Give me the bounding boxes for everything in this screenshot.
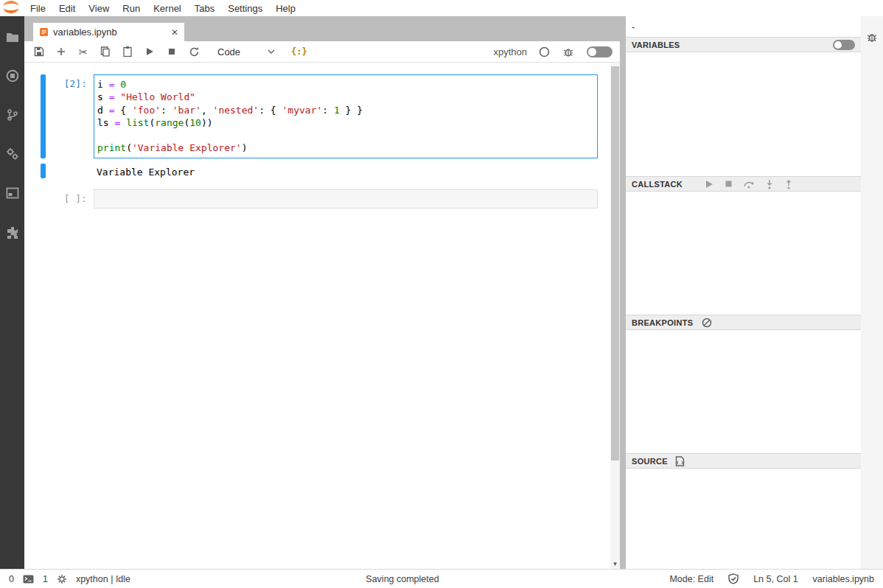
cell-type-value: Code <box>217 46 240 57</box>
menu-help[interactable]: Help <box>269 3 302 14</box>
terminate-icon <box>725 180 733 188</box>
close-icon[interactable]: ✕ <box>171 27 178 38</box>
variables-label: VARIABLES <box>632 41 680 49</box>
terminals-count[interactable]: 0 <box>9 574 14 584</box>
extensions-tab[interactable] <box>5 225 20 239</box>
code-editor[interactable]: i = 0s = "Hello World"d = { 'foo': 'bar'… <box>94 74 598 158</box>
kernel-gear-icon[interactable] <box>57 574 67 584</box>
editor-mode[interactable]: Mode: Edit <box>669 574 713 584</box>
step-out-button[interactable] <box>784 179 793 189</box>
output-cell: Variable Explorer <box>41 164 620 181</box>
debugger-panel: - VARIABLES CALLSTACK <box>626 16 861 569</box>
kernel-status-icon <box>539 46 550 57</box>
save-button[interactable] <box>30 43 48 60</box>
scrollbar-thumb[interactable] <box>611 66 619 461</box>
stop-icon <box>167 46 177 57</box>
cursor-position[interactable]: Ln 5, Col 1 <box>753 574 798 584</box>
code-cell[interactable]: [2]: i = 0s = "Hello World"d = { 'foo': … <box>41 74 620 158</box>
format-notebook-button[interactable]: {:} <box>291 46 307 57</box>
menu-tabs[interactable]: Tabs <box>188 3 221 14</box>
step-in-button[interactable] <box>765 179 774 189</box>
remove-breakpoints-button[interactable] <box>702 318 712 328</box>
notebook-scrollbar[interactable]: ▼ <box>610 63 620 569</box>
running-sessions-tab[interactable] <box>5 69 20 83</box>
menu-edit[interactable]: Edit <box>52 3 82 14</box>
execution-prompt: [2]: <box>46 74 94 158</box>
empty-code-editor[interactable] <box>94 189 598 209</box>
notebook-toolbar: ✂ Code <box>24 41 620 63</box>
tab-bar: variables.ipynb ✕ <box>24 16 620 41</box>
tab-variables-ipynb[interactable]: variables.ipynb ✕ <box>33 23 184 41</box>
paste-cells-button[interactable] <box>119 43 136 60</box>
variables-section-body <box>626 52 861 176</box>
empty-prompt: [ ]: <box>46 189 94 209</box>
empty-cell[interactable]: [ ]: <box>41 189 620 209</box>
debugger-panel-title: - <box>626 16 861 37</box>
step-over-button[interactable] <box>743 180 755 189</box>
main-area: variables.ipynb ✕ ✂ <box>24 16 620 569</box>
tab-title: variables.ipynb <box>53 27 117 38</box>
plus-icon <box>55 46 67 57</box>
cell-output-text: Variable Explorer <box>94 164 198 181</box>
notebook-file-icon <box>39 27 49 37</box>
menu-run[interactable]: Run <box>116 3 147 14</box>
insert-cell-button[interactable] <box>52 43 70 60</box>
status-message: Saving completed <box>366 574 439 584</box>
gears-icon <box>6 147 19 161</box>
scissors-icon: ✂ <box>79 46 88 57</box>
panel-splitter[interactable] <box>620 16 626 569</box>
left-sidebar <box>0 16 24 569</box>
circle-slash-icon <box>702 318 712 328</box>
kernel-status-text[interactable]: xpython | Idle <box>76 574 130 584</box>
debugger-toggle-button[interactable] <box>562 45 575 58</box>
run-cell-button[interactable] <box>141 43 158 60</box>
toc-tab[interactable] <box>5 186 20 200</box>
save-icon <box>33 46 45 57</box>
menu-file[interactable]: File <box>24 3 52 14</box>
active-filename: variables.ipynb <box>813 574 874 584</box>
cut-cells-button[interactable]: ✂ <box>74 43 92 60</box>
kernels-count[interactable]: 1 <box>43 574 48 584</box>
step-out-icon <box>784 179 793 189</box>
notebook-area: [2]: i = 0s = "Hello World"d = { 'foo': … <box>24 63 620 569</box>
file-browser-tab[interactable] <box>5 29 20 44</box>
toggle-knob <box>588 48 596 56</box>
empty-collapser <box>41 189 46 209</box>
variables-view-toggle[interactable] <box>833 40 855 50</box>
kernel-name[interactable]: xpython <box>493 46 527 57</box>
chevron-down-icon <box>268 49 275 54</box>
breakpoints-label: BREAKPOINTS <box>632 318 693 327</box>
breakpoints-section-header[interactable]: BREAKPOINTS <box>626 315 861 330</box>
cell-type-select[interactable]: Code <box>214 43 278 60</box>
variables-section-header[interactable]: VARIABLES <box>626 37 861 52</box>
source-section-body <box>626 469 861 569</box>
bug-icon <box>866 31 878 43</box>
git-tab[interactable] <box>5 108 20 122</box>
menu-kernel[interactable]: Kernel <box>147 3 188 14</box>
open-source-button[interactable] <box>675 456 685 466</box>
menu-view[interactable]: View <box>82 3 116 14</box>
property-inspector-tab[interactable] <box>5 147 20 161</box>
source-file-icon <box>675 456 685 466</box>
callstack-section-header[interactable]: CALLSTACK <box>626 176 861 192</box>
trust-shield-icon[interactable] <box>728 573 739 584</box>
interrupt-kernel-button[interactable] <box>163 43 181 60</box>
puzzle-icon <box>6 225 19 239</box>
terminal-icon[interactable] <box>23 575 34 584</box>
output-collapser[interactable] <box>41 164 46 178</box>
debugger-sidebar-tab[interactable] <box>866 31 878 45</box>
continue-button[interactable] <box>705 180 714 189</box>
copy-cells-button[interactable] <box>97 43 114 60</box>
callstack-label: CALLSTACK <box>632 180 683 189</box>
jupyter-logo-icon <box>1 1 24 15</box>
restart-kernel-button[interactable] <box>185 43 203 60</box>
bug-icon <box>562 46 574 57</box>
scroll-down-arrow-icon[interactable]: ▼ <box>610 561 620 567</box>
menu-settings[interactable]: Settings <box>221 3 269 14</box>
source-section-header[interactable]: SOURCE <box>626 453 861 469</box>
folder-icon <box>6 32 19 43</box>
menu-bar: File Edit View Run Kernel Tabs Settings … <box>0 0 883 16</box>
toolbar-toggle-switch[interactable] <box>587 46 612 57</box>
terminate-button[interactable] <box>725 180 733 188</box>
input-collapser[interactable] <box>41 74 46 158</box>
